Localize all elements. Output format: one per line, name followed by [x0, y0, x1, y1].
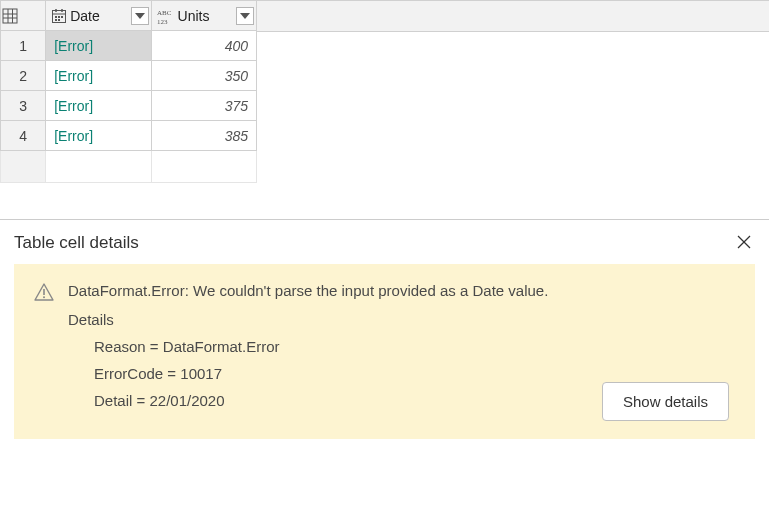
column-header-units[interactable]: ABC 123 Units [151, 1, 256, 31]
row-number[interactable]: 1 [1, 31, 46, 61]
show-details-button[interactable]: Show details [602, 382, 729, 421]
table-row[interactable]: 4 [Error] 385 [1, 121, 257, 151]
abc123-icon: ABC 123 [156, 7, 176, 25]
details-label: Details [68, 311, 735, 328]
cell-date[interactable]: [Error] [46, 31, 151, 61]
cell-units[interactable]: 385 [151, 121, 256, 151]
numeric-value: 385 [160, 128, 248, 144]
calendar-icon [50, 7, 68, 25]
cell-units[interactable]: 400 [151, 31, 256, 61]
svg-marker-14 [135, 13, 145, 19]
close-icon[interactable] [733, 232, 755, 254]
svg-rect-9 [55, 16, 57, 18]
panel-title: Table cell details [14, 233, 139, 253]
table-row[interactable]: 3 [Error] 375 [1, 91, 257, 121]
svg-rect-13 [58, 19, 60, 21]
warning-icon [34, 283, 54, 304]
row-number[interactable]: 3 [1, 91, 46, 121]
error-reason: Reason = DataFormat.Error [94, 338, 735, 355]
cell-units[interactable]: 350 [151, 61, 256, 91]
numeric-value: 400 [160, 38, 248, 54]
table-corner[interactable] [1, 1, 46, 31]
row-number[interactable]: 2 [1, 61, 46, 91]
cell-date[interactable]: [Error] [46, 61, 151, 91]
column-header-date[interactable]: Date [46, 1, 151, 31]
error-code: ErrorCode = 10017 [94, 365, 735, 382]
error-value: [Error] [54, 128, 93, 144]
column-label: Units [178, 8, 210, 24]
svg-marker-17 [240, 13, 250, 19]
error-message: DataFormat.Error: We couldn't parse the … [68, 282, 735, 299]
filter-dropdown-icon[interactable] [131, 7, 149, 25]
svg-text:ABC: ABC [157, 9, 172, 17]
row-number[interactable]: 4 [1, 121, 46, 151]
error-value: [Error] [54, 68, 93, 84]
numeric-value: 350 [160, 68, 248, 84]
svg-rect-0 [3, 9, 17, 23]
svg-point-22 [43, 296, 45, 298]
table-row[interactable]: 1 [Error] 400 [1, 31, 257, 61]
numeric-value: 375 [160, 98, 248, 114]
table-icon [1, 7, 19, 25]
error-box: DataFormat.Error: We couldn't parse the … [14, 264, 755, 439]
cell-date[interactable]: [Error] [46, 121, 151, 151]
column-label: Date [70, 8, 100, 24]
svg-rect-11 [61, 16, 63, 18]
error-value: [Error] [54, 98, 93, 114]
svg-text:123: 123 [157, 18, 168, 25]
cell-date[interactable]: [Error] [46, 91, 151, 121]
filter-dropdown-icon[interactable] [236, 7, 254, 25]
svg-rect-10 [58, 16, 60, 18]
svg-rect-12 [55, 19, 57, 21]
table-row[interactable]: 2 [Error] 350 [1, 61, 257, 91]
table-empty-area [257, 0, 769, 220]
cell-units[interactable]: 375 [151, 91, 256, 121]
table-empty-row [1, 151, 257, 183]
cell-details-panel: Table cell details DataFormat.Error: We … [0, 220, 769, 455]
error-value: [Error] [54, 38, 93, 54]
